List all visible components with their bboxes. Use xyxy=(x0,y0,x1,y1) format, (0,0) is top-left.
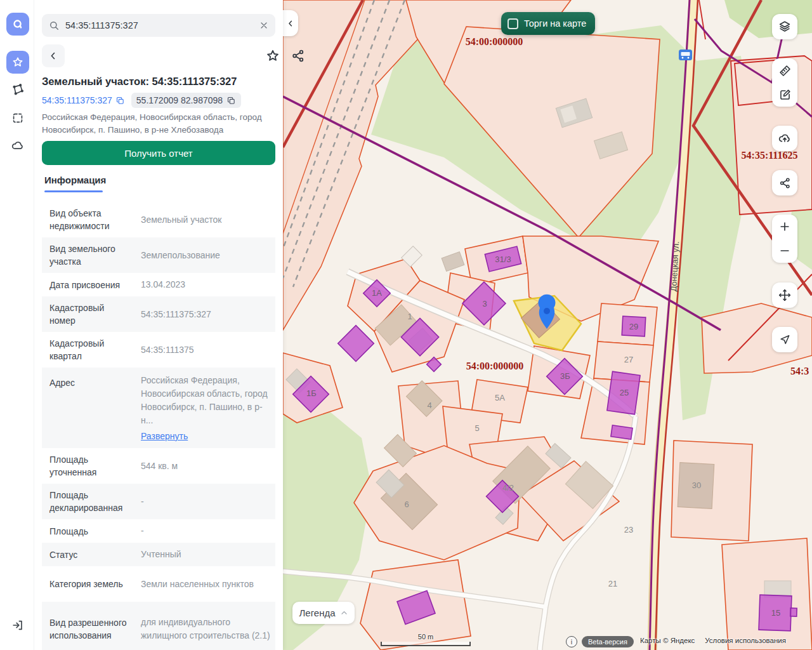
page-title: Земельный участок: 54:35:111375:327 xyxy=(42,76,275,88)
row-value: 54:35:111375:327 xyxy=(133,303,275,326)
get-report-button[interactable]: Получить отчет xyxy=(42,141,275,165)
collapse-panel-button[interactable] xyxy=(283,10,298,36)
map-attribution: Карты © Яндекс Условия использования xyxy=(640,637,786,644)
table-row: Площадь декларированная - xyxy=(42,484,275,519)
search-input[interactable]: 54:35:111375:327 xyxy=(65,20,259,30)
back-button[interactable] xyxy=(42,44,65,67)
sidebar-item-exit[interactable] xyxy=(6,614,29,637)
table-row-address: Адрес Российская Федерация, Новосибирска… xyxy=(42,368,275,448)
measure-button[interactable] xyxy=(772,58,797,83)
ruler-icon xyxy=(778,64,792,77)
zoom-in-button[interactable] xyxy=(772,215,797,239)
copy-icon[interactable] xyxy=(115,96,125,105)
svg-text:54:3: 54:3 xyxy=(790,366,809,376)
sidebar-item-favorites[interactable] xyxy=(6,51,29,74)
row-label: Вид объекта недвижимости xyxy=(42,202,133,237)
app-root: 54:35:111375:327 Земельный участок: 54:3… xyxy=(0,0,812,650)
svg-text:6: 6 xyxy=(404,500,409,509)
svg-text:4/2: 4/2 xyxy=(502,483,514,493)
clear-search-icon[interactable] xyxy=(259,20,269,30)
scale-label: 50 m xyxy=(378,633,473,640)
beta-badge: Beta-версия xyxy=(582,636,634,647)
exit-icon xyxy=(11,618,25,632)
row-value: - xyxy=(133,519,275,543)
table-row: Кадастровый номер 54:35:111375:327 xyxy=(42,296,275,332)
pan-button[interactable] xyxy=(772,282,797,308)
table-row: Дата присвоения 13.04.2023 xyxy=(42,273,275,296)
tab-underline xyxy=(44,190,103,192)
share-button[interactable] xyxy=(291,48,306,63)
object-address: Российская Федерация, Новосибирская обла… xyxy=(42,111,275,136)
copy-icon[interactable] xyxy=(226,96,236,105)
svg-text:1А: 1А xyxy=(372,288,382,298)
icon-rail xyxy=(0,0,34,650)
table-row: Площадь - xyxy=(42,519,275,543)
info-button[interactable]: i xyxy=(566,636,577,647)
legend-button[interactable]: Легенда xyxy=(292,602,355,624)
trades-checkbox[interactable] xyxy=(508,18,518,29)
app-logo-icon xyxy=(11,17,25,31)
svg-text:27: 27 xyxy=(624,355,633,364)
zoom-out-button[interactable] xyxy=(772,239,797,263)
bus-stop-icon xyxy=(679,50,692,60)
sidebar-item-select-area[interactable] xyxy=(6,107,29,129)
tab-information[interactable]: Информация xyxy=(44,175,106,185)
row-label: Кадастровый квартал xyxy=(42,332,133,368)
navigation-icon xyxy=(778,333,791,346)
row-value: 544 кв. м xyxy=(133,454,275,478)
row-label: Дата присвоения xyxy=(42,274,133,296)
table-row: Вид земельного участка Землепользование xyxy=(42,237,275,273)
table-row: Категория земель Земли населенных пункто… xyxy=(42,566,275,602)
layers-button[interactable] xyxy=(772,14,797,39)
app-logo[interactable] xyxy=(6,13,29,36)
map-tiles: 31/3 3 1А 1 1Б 3Б 29 27 25 5А 4 5 6 4/2 … xyxy=(283,0,812,650)
chevron-up-icon xyxy=(340,609,348,617)
svg-text:31/3: 31/3 xyxy=(495,255,511,264)
legend-label: Легенда xyxy=(299,607,335,618)
row-label: Статус xyxy=(42,543,133,566)
row-value: Землепользование xyxy=(133,244,275,267)
svg-text:1Б: 1Б xyxy=(306,388,317,398)
search-bar[interactable]: 54:35:111375:327 xyxy=(42,14,275,37)
row-value: 54:35:111375 xyxy=(133,338,275,362)
plus-icon xyxy=(778,220,791,233)
table-row: Площадь уточненная 544 кв. м xyxy=(42,448,275,484)
row-value: Учтенный xyxy=(133,543,275,566)
upload-button[interactable] xyxy=(772,126,797,151)
select-area-icon xyxy=(11,111,25,125)
row-value: для индивидуального жилищного строительс… xyxy=(133,611,275,647)
svg-text:25: 25 xyxy=(620,388,629,397)
edit-button[interactable] xyxy=(772,83,797,107)
expand-address-link[interactable]: Развернуть xyxy=(141,430,188,443)
attribution-terms-link[interactable]: Условия использования xyxy=(705,637,786,644)
row-label: Площадь xyxy=(42,520,133,543)
coordinates-text: 55.172009 82.987098 xyxy=(136,95,223,105)
row-label: Площадь декларированная xyxy=(42,484,133,519)
trades-on-map-toggle[interactable]: Торги на карте xyxy=(501,12,595,35)
svg-text:5: 5 xyxy=(475,423,479,433)
map-parcels-red[interactable] xyxy=(731,56,812,215)
row-label: Кадастровый номер xyxy=(42,296,133,332)
layers-icon xyxy=(778,20,792,34)
cadastral-number-link[interactable]: 54:35:111375:327 xyxy=(42,95,125,105)
coordinates-chip[interactable]: 55.172009 82.987098 xyxy=(131,93,241,108)
attribution-maps: Карты © Яндекс xyxy=(640,637,695,644)
sidebar-item-cloud[interactable] xyxy=(6,135,29,157)
cloud-upload-icon xyxy=(778,131,792,145)
search-icon xyxy=(48,20,60,32)
share-map-button[interactable] xyxy=(772,170,797,196)
row-value: Земельный участок xyxy=(133,208,275,232)
object-panel: 54:35:111375:327 Земельный участок: 54:3… xyxy=(34,0,283,650)
favorite-button[interactable] xyxy=(265,48,280,63)
svg-text:15: 15 xyxy=(771,608,780,618)
info-table: Вид объекта недвижимости Земельный участ… xyxy=(42,202,275,650)
row-value: Российская Федерация, Новосибирская обла… xyxy=(141,375,268,425)
svg-text:4: 4 xyxy=(427,401,431,410)
svg-text:54:35:111625: 54:35:111625 xyxy=(742,150,798,161)
sidebar-item-polygon-tool[interactable] xyxy=(6,78,29,101)
share-icon xyxy=(778,176,792,190)
svg-text:3: 3 xyxy=(482,299,487,308)
map-canvas[interactable]: 31/3 3 1А 1 1Б 3Б 29 27 25 5А 4 5 6 4/2 … xyxy=(283,0,812,650)
locate-button[interactable] xyxy=(772,327,797,352)
object-toolbar xyxy=(42,44,275,67)
